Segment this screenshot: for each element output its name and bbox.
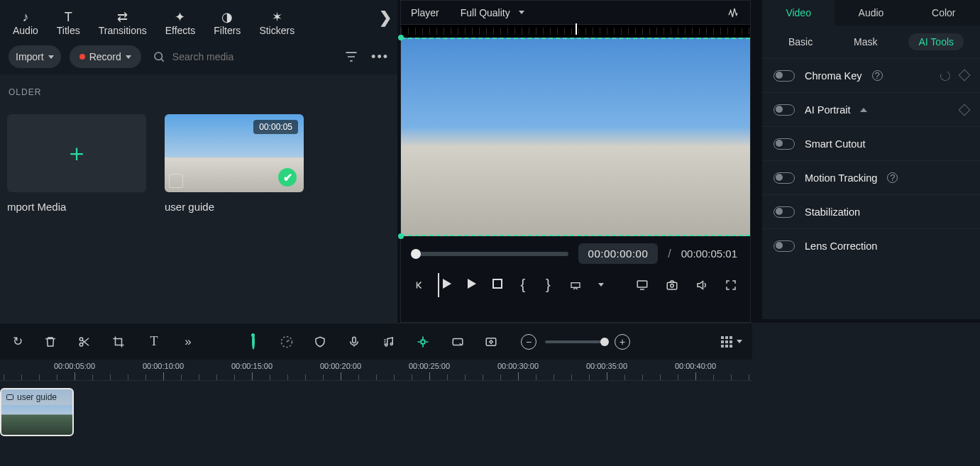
import-media-card[interactable]: ＋ mport Media	[7, 114, 146, 213]
scrub-bar[interactable]	[414, 252, 568, 256]
prev-frame-icon[interactable]	[414, 279, 426, 292]
preview-canvas[interactable]	[401, 25, 750, 236]
play-icon[interactable]	[468, 279, 478, 292]
search-media[interactable]	[153, 50, 286, 63]
preview-playhead[interactable]	[576, 23, 577, 35]
more-tools-icon[interactable]: »	[180, 335, 196, 349]
delete-icon[interactable]	[44, 335, 60, 348]
shield-icon[interactable]	[314, 335, 329, 349]
tab-label: Stickers	[259, 25, 294, 36]
tool-chroma-key[interactable]: Chroma Key ?	[762, 58, 980, 92]
display-icon[interactable]	[635, 279, 649, 292]
timeline-ruler[interactable]: 00:00:05:0000:00:10:0000:00:15:0000:00:2…	[0, 360, 752, 381]
ruler-label: 00:00:30:00	[497, 362, 539, 370]
volume-icon[interactable]	[695, 279, 709, 292]
split-icon[interactable]	[78, 335, 94, 348]
keyframe-panel-icon[interactable]	[484, 335, 500, 348]
tab-label: Filters	[214, 25, 241, 36]
timeline-view-menu[interactable]	[721, 336, 742, 348]
prop-tab-color[interactable]: Color	[908, 0, 980, 26]
current-time: 00:00:00:00	[578, 243, 659, 264]
properties-sub-tabs: Basic Mask AI Tools	[762, 26, 980, 58]
import-label: Import	[16, 51, 44, 62]
tool-smart-cutout[interactable]: Smart Cutout	[762, 126, 980, 160]
music-track-icon[interactable]	[382, 335, 397, 348]
help-icon[interactable]: ?	[887, 172, 898, 183]
chevron-down-icon	[737, 340, 742, 343]
record-button[interactable]: Record	[70, 45, 141, 68]
resize-handle-tl[interactable]	[398, 35, 404, 40]
snapshot-icon[interactable]	[665, 279, 679, 292]
tool-label: Chroma Key	[805, 70, 862, 82]
tool-stabilization[interactable]: Stabilization	[762, 194, 980, 228]
fullscreen-icon[interactable]	[725, 279, 737, 292]
svg-line-1	[161, 59, 163, 61]
timeline[interactable]: 00:00:05:0000:00:10:0000:00:15:0000:00:2…	[0, 360, 752, 466]
record-dot-icon	[79, 54, 85, 60]
subtab-basic[interactable]: Basic	[778, 33, 822, 50]
aspect-ratio-icon[interactable]	[568, 279, 583, 291]
tab-label: Titles	[57, 25, 80, 36]
preview-video-frame	[401, 38, 750, 236]
toggle-switch[interactable]	[773, 138, 795, 150]
keyframe-icon[interactable]	[959, 69, 971, 81]
redo-icon[interactable]: ↻	[10, 334, 26, 349]
resize-handle-bl[interactable]	[398, 233, 404, 239]
expand-up-icon[interactable]	[860, 108, 867, 112]
text-icon[interactable]: T	[146, 334, 162, 349]
subtab-ai-tools[interactable]: AI Tools	[908, 33, 964, 50]
crop-icon[interactable]	[112, 335, 128, 348]
zoom-slider[interactable]	[545, 340, 606, 343]
tab-transitions[interactable]: ⇄ Transitions	[99, 11, 147, 36]
chevron-down-icon[interactable]	[598, 283, 604, 287]
more-options-icon[interactable]: •••	[371, 50, 389, 65]
reset-icon[interactable]	[939, 70, 952, 82]
tab-titles[interactable]: T Titles	[57, 11, 80, 36]
prop-tab-video[interactable]: Video	[762, 0, 835, 26]
quality-dropdown[interactable]: Full Quality	[461, 7, 524, 18]
import-button[interactable]: Import	[9, 45, 61, 68]
tool-lens-correction[interactable]: Lens Correction	[762, 228, 980, 262]
filter-icon[interactable]	[344, 50, 358, 64]
tab-effects[interactable]: ✦ Effects	[165, 11, 196, 36]
waveform-icon[interactable]	[726, 7, 740, 18]
toggle-switch[interactable]	[773, 70, 795, 82]
marker-icon[interactable]	[416, 335, 431, 349]
more-tabs-arrow-icon[interactable]: ❯	[379, 9, 392, 27]
subtab-mask[interactable]: Mask	[844, 33, 887, 50]
toggle-switch[interactable]	[773, 104, 795, 116]
mark-in-icon[interactable]: {	[518, 277, 528, 293]
clip-thumbnail[interactable]: 00:00:05 ✔	[165, 114, 304, 192]
ruler-label: 00:00:35:00	[586, 362, 627, 370]
tab-filters[interactable]: ◑ Filters	[214, 11, 241, 36]
prop-tab-audio[interactable]: Audio	[835, 0, 907, 26]
filmstrip-icon	[169, 174, 183, 188]
effects-icon: ✦	[175, 11, 185, 23]
media-clip-card[interactable]: 00:00:05 ✔ user guide	[165, 114, 304, 213]
scrub-thumb[interactable]	[411, 249, 421, 259]
speed-icon[interactable]	[280, 335, 295, 349]
import-media-thumb[interactable]: ＋	[7, 114, 146, 192]
tab-stickers[interactable]: ✶ Stickers	[259, 11, 294, 36]
toggle-switch[interactable]	[773, 206, 795, 218]
play-from-start-icon[interactable]	[442, 279, 452, 292]
tab-label: Audio	[13, 25, 38, 36]
toggle-switch[interactable]	[773, 172, 795, 184]
search-input[interactable]	[172, 51, 286, 62]
toggle-switch[interactable]	[773, 240, 795, 252]
zoom-out-button[interactable]: −	[521, 334, 536, 350]
tool-ai-portrait[interactable]: AI Portrait	[762, 92, 980, 126]
timeline-track[interactable]: user guide	[0, 381, 752, 452]
help-icon[interactable]: ?	[872, 70, 883, 81]
keyframe-icon[interactable]	[959, 104, 971, 116]
mic-icon[interactable]	[348, 335, 363, 349]
mark-out-icon[interactable]: }	[544, 277, 554, 293]
stop-icon[interactable]	[492, 279, 502, 292]
zoom-in-button[interactable]: +	[615, 334, 630, 350]
tool-motion-tracking[interactable]: Motion Tracking ?	[762, 160, 980, 194]
timeline-clip[interactable]: user guide	[0, 388, 74, 436]
ai-assistant-icon[interactable]	[246, 335, 261, 349]
tab-audio[interactable]: ♪ Audio	[13, 11, 38, 36]
tool-label: Lens Correction	[805, 240, 877, 252]
render-icon[interactable]	[450, 335, 466, 348]
